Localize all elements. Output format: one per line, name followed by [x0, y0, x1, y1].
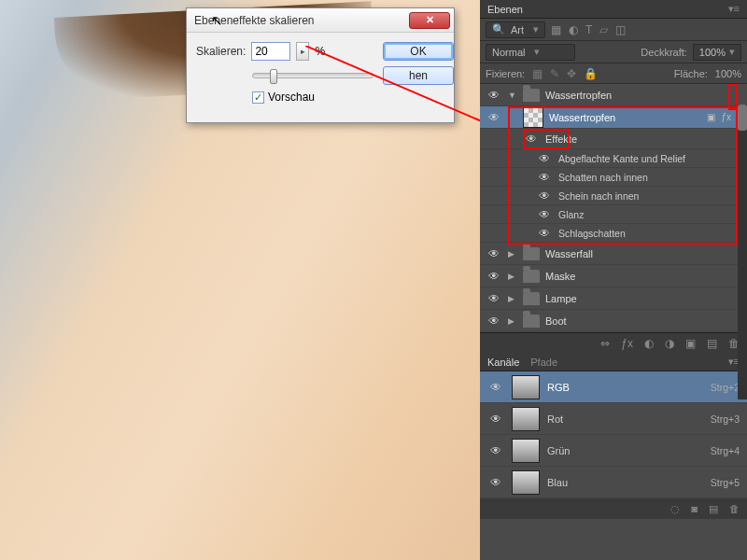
- channel-green[interactable]: 👁GrünStrg+4: [480, 435, 747, 467]
- folder-icon: [523, 315, 540, 328]
- layer-thumb: [523, 107, 543, 128]
- group-icon[interactable]: ▣: [685, 337, 696, 350]
- chevron-right-icon[interactable]: ▶: [508, 272, 517, 281]
- layer-list[interactable]: 👁 ▼ Wassertropfen 👁 Wassertropfen ▣ƒx▴ 👁…: [480, 84, 747, 332]
- trash-icon[interactable]: 🗑: [729, 503, 740, 514]
- channel-thumb: [512, 439, 540, 463]
- effect-satin[interactable]: 👁Glanz: [480, 205, 747, 224]
- visibility-icon[interactable]: 👁: [487, 476, 504, 489]
- layer-group[interactable]: 👁▶Maske: [480, 265, 747, 287]
- filter-kind-select[interactable]: 🔍Art: [486, 21, 545, 38]
- panels-dock: Ebenen ▾≡ 🔍Art ▦ ◐ T ▱ ◫ Normal Deckkraf…: [480, 0, 747, 560]
- filter-adjust-icon[interactable]: ◐: [569, 23, 578, 36]
- lock-pixels-icon[interactable]: ▦: [532, 67, 543, 80]
- filter-shape-icon[interactable]: ▱: [599, 23, 608, 36]
- layer-group[interactable]: 👁▶Boot: [480, 310, 747, 332]
- preview-checkbox[interactable]: ✓: [252, 91, 264, 104]
- mask-icon[interactable]: ◐: [644, 337, 654, 350]
- slider-thumb[interactable]: [270, 69, 277, 84]
- link-icon[interactable]: ▣: [707, 112, 715, 122]
- channel-red[interactable]: 👁RotStrg+3: [480, 403, 747, 435]
- panel-menu-icon[interactable]: ▾≡: [728, 3, 740, 15]
- visibility-icon[interactable]: 👁: [536, 189, 553, 203]
- percent-label: %: [315, 45, 325, 58]
- lock-move-icon[interactable]: ✥: [567, 67, 576, 80]
- link-layers-icon[interactable]: ⇔: [600, 337, 610, 350]
- layer-group[interactable]: 👁▶Lampe: [480, 287, 747, 310]
- channel-rgb[interactable]: 👁RGBStrg+2: [480, 371, 747, 403]
- chevron-right-icon[interactable]: ▶: [508, 316, 517, 326]
- effect-inner-shadow[interactable]: 👁Schatten nach innen: [480, 168, 747, 187]
- scale-slider[interactable]: [252, 73, 374, 78]
- visibility-icon[interactable]: 👁: [486, 247, 502, 260]
- adjustment-icon[interactable]: ◑: [665, 337, 674, 350]
- layers-panel-header: Ebenen ▾≡: [480, 0, 747, 19]
- fx-icon[interactable]: ƒx: [621, 337, 633, 350]
- visibility-icon[interactable]: 👁: [486, 111, 502, 124]
- dialog-title: Ebeneneffekte skalieren: [194, 14, 409, 27]
- scale-spinner[interactable]: ▸: [296, 42, 309, 61]
- visibility-icon[interactable]: 👁: [536, 208, 553, 221]
- chevron-right-icon[interactable]: ▶: [508, 294, 517, 303]
- folder-icon: [523, 89, 540, 102]
- layer-group[interactable]: 👁▶Wasserfall: [480, 243, 747, 265]
- lock-brush-icon[interactable]: ✎: [550, 67, 559, 80]
- channel-thumb: [512, 407, 540, 431]
- layers-footer: ⇔ ƒx ◐ ◑ ▣ ▤ 🗑: [480, 332, 747, 353]
- channels-footer: ◌ ◙ ▤ 🗑: [480, 498, 747, 519]
- visibility-icon[interactable]: 👁: [486, 315, 502, 328]
- effect-drop-shadow[interactable]: 👁Schlagschatten: [480, 224, 747, 243]
- chevron-right-icon[interactable]: ▶: [508, 249, 517, 259]
- close-button[interactable]: ✕: [409, 12, 450, 29]
- layer-group[interactable]: 👁 ▼ Wassertropfen: [480, 84, 747, 106]
- blend-mode-select[interactable]: Normal: [486, 44, 575, 61]
- channel-thumb: [512, 470, 540, 495]
- fx-badge[interactable]: ƒx: [721, 112, 731, 122]
- filter-smart-icon[interactable]: ◫: [615, 23, 626, 36]
- scrollbar-thumb[interactable]: [738, 105, 747, 131]
- visibility-icon[interactable]: 👁: [523, 133, 540, 146]
- layers-scrollbar[interactable]: [738, 105, 747, 399]
- effects-header[interactable]: 👁 Effekte: [480, 129, 747, 149]
- visibility-icon[interactable]: 👁: [536, 227, 553, 240]
- layers-tab[interactable]: Ebenen: [487, 4, 523, 15]
- folder-icon: [523, 247, 540, 260]
- visibility-icon[interactable]: 👁: [486, 292, 502, 305]
- ok-button[interactable]: OK: [383, 42, 454, 61]
- channels-tab[interactable]: Kanäle: [487, 357, 519, 368]
- close-icon: ✕: [426, 14, 434, 26]
- fill-input[interactable]: 100%: [715, 68, 741, 79]
- effect-inner-glow[interactable]: 👁Schein nach innen: [480, 187, 747, 205]
- channel-thumb: [512, 375, 540, 399]
- opacity-input[interactable]: 100%: [693, 44, 741, 61]
- channel-blue[interactable]: 👁BlauStrg+5: [480, 467, 747, 498]
- new-layer-icon[interactable]: ▤: [707, 337, 717, 350]
- channels-panel: Kanäle Pfade ▾≡ 👁RGBStrg+2 👁RotStrg+3 👁G…: [480, 353, 747, 519]
- effect-bevel[interactable]: 👁Abgeflachte Kante und Relief: [480, 149, 747, 168]
- preview-label: Vorschau: [268, 91, 315, 104]
- visibility-icon[interactable]: 👁: [536, 171, 553, 184]
- cancel-button[interactable]: hen: [383, 66, 454, 85]
- visibility-icon[interactable]: 👁: [487, 444, 504, 457]
- new-channel-icon[interactable]: ▤: [709, 503, 718, 515]
- folder-icon: [523, 270, 540, 283]
- visibility-icon[interactable]: 👁: [486, 89, 502, 102]
- visibility-icon[interactable]: 👁: [536, 152, 553, 165]
- scale-input[interactable]: [251, 42, 290, 61]
- opacity-label: Deckkraft:: [641, 47, 687, 58]
- lock-all-icon[interactable]: 🔒: [584, 67, 598, 80]
- visibility-icon[interactable]: 👁: [487, 413, 504, 426]
- folder-icon: [523, 292, 540, 305]
- filter-type-icon[interactable]: T: [585, 23, 592, 36]
- layer-selected[interactable]: 👁 Wassertropfen ▣ƒx▴: [480, 106, 747, 129]
- chevron-down-icon[interactable]: ▼: [508, 91, 517, 100]
- filter-pixel-icon[interactable]: ▦: [551, 23, 561, 36]
- fill-label: Fläche:: [674, 68, 708, 79]
- visibility-icon[interactable]: 👁: [487, 381, 504, 394]
- visibility-icon[interactable]: 👁: [486, 270, 502, 283]
- scale-effects-dialog: ↖ Ebeneneffekte skalieren ✕ Skalieren: ▸…: [186, 7, 455, 123]
- scale-label: Skalieren:: [196, 45, 246, 58]
- load-selection-icon[interactable]: ◌: [670, 503, 680, 515]
- paths-tab[interactable]: Pfade: [530, 357, 557, 368]
- save-selection-icon[interactable]: ◙: [691, 503, 698, 514]
